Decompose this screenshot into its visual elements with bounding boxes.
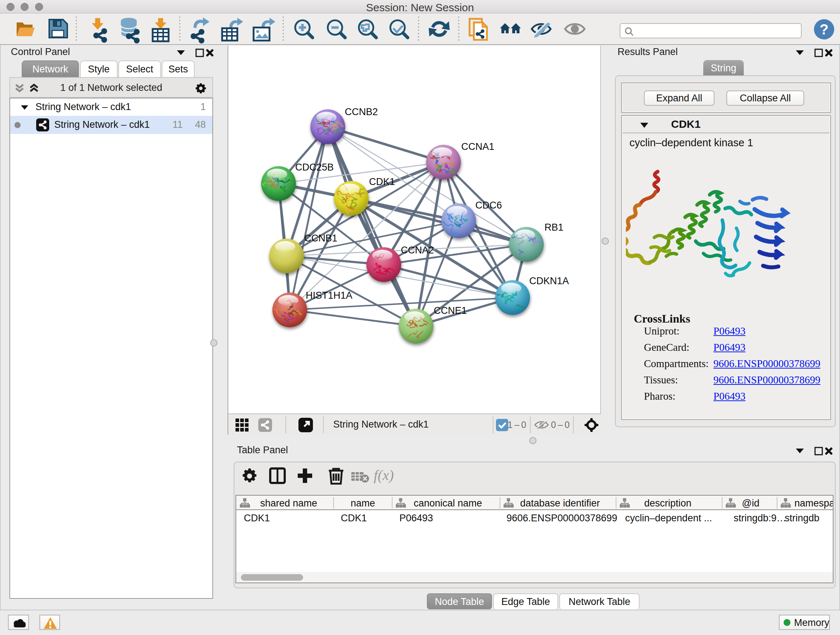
svg-text:namespace: namespace <box>794 498 833 509</box>
svg-text:shared name: shared name <box>260 498 317 509</box>
svg-text:CCNB1: CCNB1 <box>304 233 338 244</box>
svg-text:CCNB2: CCNB2 <box>345 106 378 117</box>
svg-text:CDK1: CDK1 <box>244 513 270 524</box>
svg-text:description: description <box>644 498 692 509</box>
svg-text:9606.ENSP00000378699: 9606.ENSP00000378699 <box>507 513 617 524</box>
svg-text:CCNE1: CCNE1 <box>434 305 467 316</box>
svg-text:database identifier: database identifier <box>520 498 600 509</box>
svg-text:f(x): f(x) <box>374 467 394 483</box>
svg-text:@id: @id <box>742 498 759 509</box>
svg-text:stringdb: stringdb <box>785 513 819 524</box>
svg-text:canonical name: canonical name <box>414 498 482 509</box>
svg-text:name: name <box>351 498 375 509</box>
svg-text:CDK1: CDK1 <box>341 513 367 524</box>
svg-text:CCNA2: CCNA2 <box>401 245 434 256</box>
svg-text:stringdb:9…: stringdb:9… <box>734 513 786 524</box>
svg-text:CCNA1: CCNA1 <box>461 141 494 152</box>
svg-text:CDK1: CDK1 <box>369 176 395 187</box>
svg-text:P06493: P06493 <box>399 513 433 524</box>
svg-text:RB1: RB1 <box>545 222 564 233</box>
svg-text:HIST1H1A: HIST1H1A <box>306 290 352 301</box>
svg-text:cyclin–dependent ...: cyclin–dependent ... <box>625 513 712 524</box>
svg-text:CDKN1A: CDKN1A <box>529 276 569 287</box>
svg-text:CDC25B: CDC25B <box>295 162 334 173</box>
svg-text:CDC6: CDC6 <box>475 200 502 211</box>
